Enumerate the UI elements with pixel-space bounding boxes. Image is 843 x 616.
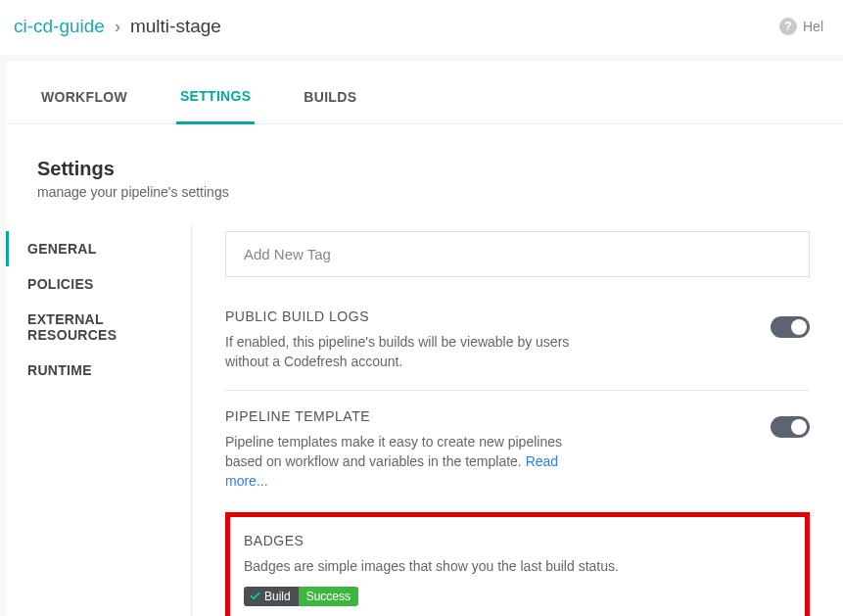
template-desc-text: Pipeline templates make it easy to creat… <box>225 434 562 469</box>
tab-settings[interactable]: SETTINGS <box>176 88 255 124</box>
badge-left: Build <box>244 587 299 606</box>
build-status-badge[interactable]: Build Success <box>244 587 358 606</box>
chevron-right-icon: › <box>115 17 120 37</box>
section-desc: Pipeline templates make it easy to creat… <box>225 432 597 492</box>
section-title: BADGES <box>244 533 791 548</box>
content-background: WORKFLOW SETTINGS BUILDS Settings manage… <box>0 55 843 616</box>
build-icon <box>250 591 260 601</box>
question-icon: ? <box>779 18 797 35</box>
top-bar: ci-cd-guide › multi-stage ? Hel <box>0 0 843 55</box>
settings-main: PUBLIC BUILD LOGS If enabled, this pipel… <box>192 225 843 616</box>
public-logs-toggle[interactable] <box>771 316 810 338</box>
breadcrumb: ci-cd-guide › multi-stage <box>14 16 221 37</box>
section-public-build-logs: PUBLIC BUILD LOGS If enabled, this pipel… <box>225 305 810 390</box>
breadcrumb-current: multi-stage <box>130 16 221 37</box>
page-subtitle: manage your pipeline's settings <box>37 184 843 200</box>
tab-workflow[interactable]: WORKFLOW <box>37 88 131 123</box>
sidenav-policies[interactable]: POLICIES <box>6 266 191 302</box>
sidenav-general[interactable]: GENERAL <box>6 231 191 266</box>
tab-builds[interactable]: BUILDS <box>300 88 360 123</box>
settings-sidenav: GENERAL POLICIES EXTERNAL RESOURCES RUNT… <box>6 225 192 616</box>
sidenav-external-resources[interactable]: EXTERNAL RESOURCES <box>6 302 191 353</box>
section-desc: If enabled, this pipeline's builds will … <box>225 332 597 372</box>
badge-build-label: Build <box>264 590 291 603</box>
section-desc: Badges are simple images that show you t… <box>244 556 791 576</box>
content-card: WORKFLOW SETTINGS BUILDS Settings manage… <box>6 61 843 616</box>
section-pipeline-template: PIPELINE TEMPLATE Pipeline templates mak… <box>225 390 810 509</box>
page-title: Settings <box>37 158 843 180</box>
columns: GENERAL POLICIES EXTERNAL RESOURCES RUNT… <box>6 225 843 616</box>
badge-status-label: Success <box>299 587 358 606</box>
breadcrumb-project-link[interactable]: ci-cd-guide <box>14 16 105 37</box>
sidenav-runtime[interactable]: RUNTIME <box>6 353 191 388</box>
section-title: PIPELINE TEMPLATE <box>225 408 771 424</box>
section-title: PUBLIC BUILD LOGS <box>225 308 771 324</box>
pipeline-template-toggle[interactable] <box>771 416 810 438</box>
section-badges: BADGES Badges are simple images that sho… <box>225 512 810 616</box>
help-label: Hel <box>803 19 823 34</box>
add-tag-input[interactable] <box>225 231 810 277</box>
page-header: Settings manage your pipeline's settings <box>6 124 843 208</box>
tabs: WORKFLOW SETTINGS BUILDS <box>6 61 843 124</box>
help-link[interactable]: ? Hel <box>779 18 823 35</box>
